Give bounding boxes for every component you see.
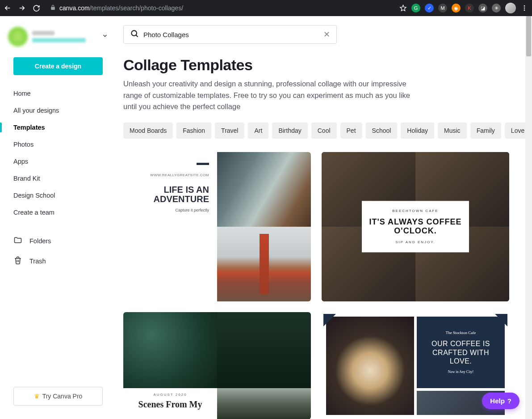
folder-icon [13, 236, 22, 246]
template-card[interactable]: AUGUST 2020 Scenes From My [123, 312, 311, 419]
search-bar[interactable]: ✕ [123, 25, 337, 44]
svg-point-1 [524, 8, 525, 9]
nav-design-school[interactable]: Design School [0, 187, 116, 204]
nav-trash[interactable]: Trash [0, 251, 116, 271]
template-brand: BEECHTOWN CAFE [367, 209, 464, 213]
template-image [123, 312, 217, 388]
nav-photos[interactable]: Photos [0, 136, 116, 153]
svg-point-0 [524, 5, 525, 7]
extension-icon[interactable]: M [438, 4, 447, 13]
trash-icon [13, 256, 22, 266]
try-pro-button[interactable]: ♛ Try Canva Pro [13, 387, 103, 406]
template-brand: The Stockton Cafe [446, 330, 476, 335]
extension-icon[interactable]: ✓ [425, 4, 434, 13]
main-content: ✕ Collage Templates Unleash your creativ… [116, 16, 532, 419]
reload-icon[interactable] [32, 4, 40, 12]
nav-home[interactable]: Home [0, 85, 116, 102]
template-card[interactable]: WWW.REALLYGREATSITE.COM LIFE IS AN ADVEN… [123, 152, 311, 301]
template-text-panel: AUGUST 2020 Scenes From My [123, 388, 217, 419]
profile-avatar[interactable] [505, 3, 516, 13]
nav-brand-kit[interactable]: Brand Kit [0, 170, 116, 187]
extension-icon[interactable]: ◪ [478, 4, 487, 13]
nav-apps[interactable]: Apps [0, 153, 116, 170]
browser-chrome: canva.com/templates/search/photo-collage… [0, 0, 532, 16]
nav-templates[interactable]: Templates [0, 119, 116, 136]
template-date: AUGUST 2020 [130, 393, 210, 397]
chrome-extensions: G ✓ M ◉ K ◪ ✳ [399, 3, 528, 13]
chip-mood-boards[interactable]: Mood Boards [123, 123, 173, 139]
template-text-panel: The Stockton Cafe OUR COFFEE IS CRAFTED … [417, 317, 505, 388]
url-bar[interactable]: canva.com/templates/search/photo-collage… [46, 4, 393, 12]
sidebar: Create a design Home All your designs Te… [0, 16, 116, 419]
template-headline: LIFE IS AN ADVENTURE [131, 185, 209, 204]
crown-icon: ♛ [34, 393, 40, 400]
chip-holiday[interactable]: Holiday [401, 123, 434, 139]
template-tagline: SIP AND ENJOY. [367, 240, 464, 244]
back-icon[interactable] [4, 4, 12, 12]
chip-pet[interactable]: Pet [340, 123, 362, 139]
nav-folders[interactable]: Folders [0, 231, 116, 251]
svg-point-3 [131, 30, 137, 36]
svg-point-2 [524, 9, 525, 11]
chip-travel[interactable]: Travel [215, 123, 244, 139]
template-headline: IT'S ALWAYS COFFEE O'CLOCK. [367, 217, 464, 236]
chip-school[interactable]: School [366, 123, 398, 139]
account-info [32, 31, 97, 42]
lock-icon [50, 4, 56, 12]
corner-decoration [323, 314, 336, 326]
extension-icon[interactable]: ✳ [492, 4, 501, 13]
nav-all-designs[interactable]: All your designs [0, 102, 116, 119]
filter-chips: Mood Boards Fashion Travel Art Birthday … [123, 123, 517, 139]
menu-icon[interactable] [520, 4, 528, 12]
template-subtext: Capture it perfectly [175, 208, 209, 212]
corner-decoration [495, 314, 507, 326]
page-scrollbar[interactable] [525, 16, 532, 419]
help-label: Help [490, 397, 505, 405]
chip-cool[interactable]: Cool [311, 123, 337, 139]
nav-create-team[interactable]: Create a team [0, 204, 116, 221]
template-text-panel: WWW.REALLYGREATSITE.COM LIFE IS AN ADVEN… [123, 152, 217, 301]
extension-icon[interactable]: G [411, 4, 420, 13]
template-headline: OUR COFFEE IS CRAFTED WITH LOVE. [422, 339, 499, 365]
account-switcher[interactable] [0, 25, 116, 55]
chip-art[interactable]: Art [248, 123, 268, 139]
template-image [217, 312, 311, 388]
template-url: WWW.REALLYGREATSITE.COM [150, 173, 209, 177]
chip-fashion[interactable]: Fashion [176, 123, 211, 139]
chip-family[interactable]: Family [470, 123, 501, 139]
extension-icon[interactable]: ◉ [452, 4, 461, 13]
template-card[interactable]: BEECHTOWN CAFE IT'S ALWAYS COFFEE O'CLOC… [322, 152, 509, 301]
pro-label: Try Canva Pro [42, 393, 83, 400]
template-image [217, 227, 311, 301]
clear-search-icon[interactable]: ✕ [323, 30, 330, 39]
star-icon[interactable] [399, 4, 407, 12]
chip-music[interactable]: Music [438, 123, 467, 139]
trash-label: Trash [29, 258, 46, 265]
url-text: canva.com/templates/search/photo-collage… [59, 4, 183, 12]
template-image [326, 317, 414, 415]
help-button[interactable]: Help ? [482, 393, 519, 409]
forward-icon[interactable] [18, 4, 26, 12]
template-text-overlay: BEECHTOWN CAFE IT'S ALWAYS COFFEE O'CLOC… [362, 201, 469, 252]
template-image [217, 152, 311, 227]
search-icon [130, 29, 139, 40]
page-title: Collage Templates [123, 56, 517, 74]
chevron-down-icon [102, 33, 108, 41]
template-card[interactable]: The Stockton Cafe OUR COFFEE IS CRAFTED … [322, 312, 509, 419]
create-design-button[interactable]: Create a design [13, 57, 103, 75]
template-grid: WWW.REALLYGREATSITE.COM LIFE IS AN ADVEN… [123, 152, 517, 419]
template-subtext: Now in Any City! [448, 370, 474, 374]
chip-birthday[interactable]: Birthday [272, 123, 307, 139]
template-image [217, 388, 311, 419]
account-avatar [8, 27, 28, 47]
search-input[interactable] [143, 31, 319, 38]
extension-icon[interactable]: K [465, 4, 474, 13]
template-headline: Scenes From My [130, 399, 210, 410]
page-description: Unleash your creativity and design a stu… [123, 78, 414, 113]
folders-label: Folders [29, 237, 51, 245]
help-icon: ? [507, 397, 511, 405]
scrollbar-thumb[interactable] [526, 16, 531, 56]
